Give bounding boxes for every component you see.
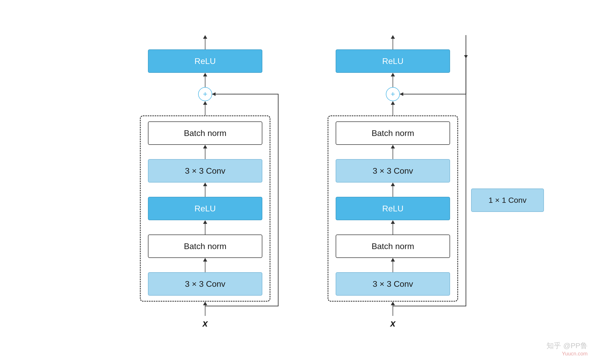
arrow-conv2-left — [203, 183, 207, 197]
arrow-top-out-right — [391, 35, 395, 49]
relu-top-left: ReLU — [148, 49, 262, 73]
plus-circle-left: + — [198, 87, 212, 101]
main-container: ReLU + Batch norm — [0, 0, 598, 364]
batch-norm-1-right: Batch norm — [336, 235, 450, 258]
plus-circle-right: + — [386, 87, 400, 101]
svg-marker-1 — [464, 55, 468, 58]
arrow-bn1-left — [203, 258, 207, 272]
conv-3x3-2-right: 3 × 3 Conv — [336, 159, 450, 183]
arrow-bn1-right — [391, 258, 395, 272]
x-label-right: x — [390, 318, 395, 329]
watermark: 知乎 @PP鲁 Yuucn.com — [547, 341, 588, 357]
diagram-right: ReLU + Batch norm — [328, 35, 458, 329]
arrow-x-right — [391, 302, 395, 316]
projection-conv-right: 1 × 1 Conv — [471, 188, 544, 212]
arrow-relu-plus-right — [391, 73, 395, 87]
conv-3x3-1-left: 3 × 3 Conv — [148, 272, 262, 296]
arrow-conv2-right — [391, 183, 395, 197]
arrow-x-left — [203, 302, 207, 316]
dashed-box-left: Batch norm 3 × 3 Conv ReLU — [140, 115, 270, 302]
relu-top-right: ReLU — [336, 49, 450, 73]
arrow-bn2-left — [203, 145, 207, 159]
relu-mid-right: ReLU — [336, 197, 450, 220]
conv-3x3-1-right: 3 × 3 Conv — [336, 272, 450, 296]
batch-norm-2-left: Batch norm — [148, 121, 262, 145]
watermark-bottom: Yuucn.com — [547, 351, 588, 357]
batch-norm-2-right: Batch norm — [336, 121, 450, 145]
arrow-plus-dashed-left — [203, 101, 207, 115]
batch-norm-1-left: Batch norm — [148, 235, 262, 258]
x-label-left: x — [203, 318, 208, 329]
arrow-plus-dashed-right — [391, 101, 395, 115]
diagram-left: ReLU + Batch norm — [140, 35, 270, 329]
watermark-top: 知乎 @PP鲁 — [547, 341, 588, 351]
conv-3x3-2-left: 3 × 3 Conv — [148, 159, 262, 183]
arrow-relu-mid-right — [391, 220, 395, 235]
arrow-top-out-left — [203, 35, 207, 49]
arrow-relu-mid-left — [203, 220, 207, 235]
arrow-bn2-right — [391, 145, 395, 159]
arrow-relu-plus-left — [203, 73, 207, 87]
dashed-box-right: Batch norm 3 × 3 Conv ReLU — [328, 115, 458, 302]
relu-mid-left: ReLU — [148, 197, 262, 220]
